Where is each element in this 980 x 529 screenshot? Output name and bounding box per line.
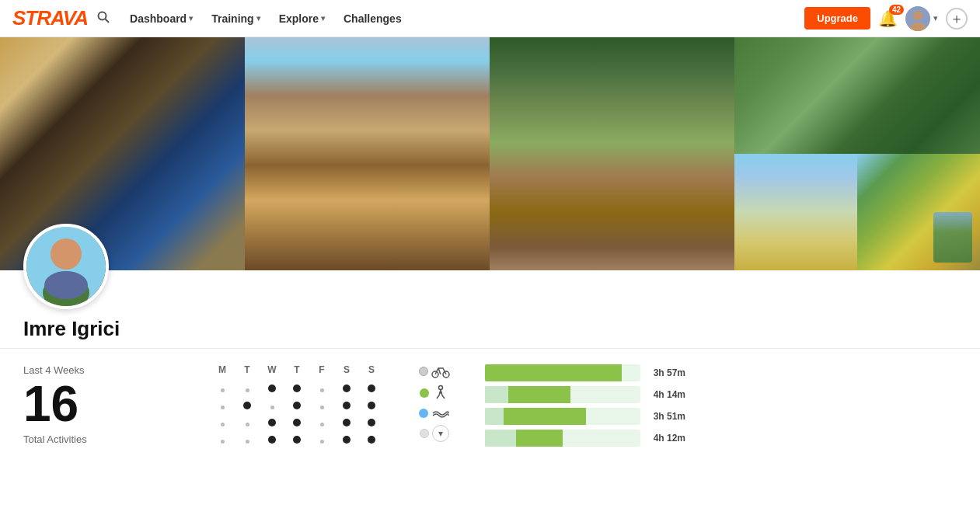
day-header-m: M bbox=[210, 364, 235, 375]
bar-row-2: 4h 14m bbox=[485, 386, 687, 403]
bar-label-1: 3h 57m bbox=[647, 367, 685, 378]
bar-row-1: 3h 57m bbox=[485, 364, 687, 381]
add-activity-button[interactable]: ＋ bbox=[946, 8, 968, 30]
nav-explore[interactable]: Explore ▾ bbox=[271, 8, 333, 30]
calendar: M T W T F S S bbox=[210, 364, 384, 450]
notifications-badge: 42 bbox=[889, 5, 904, 15]
user-avatar-menu[interactable]: ▾ bbox=[905, 6, 938, 31]
bike-icon bbox=[431, 364, 450, 378]
cal-dot-2-2 bbox=[235, 398, 260, 412]
svg-point-11 bbox=[439, 386, 443, 390]
photo-cell-4a[interactable] bbox=[734, 37, 980, 154]
chevron-down-icon: ▾ bbox=[189, 14, 193, 23]
other-legend: ▾ bbox=[420, 425, 449, 442]
cal-dot-4-4 bbox=[284, 433, 309, 447]
cal-dot-3-4 bbox=[284, 416, 309, 430]
cal-dot-2-7 bbox=[359, 398, 384, 412]
day-header-w: W bbox=[260, 364, 284, 375]
bar-label-4: 4h 12m bbox=[647, 433, 685, 444]
period-label: Last 4 Weeks bbox=[23, 364, 179, 376]
cal-dot-4-1 bbox=[210, 433, 235, 447]
other-dot bbox=[420, 429, 429, 438]
day-header-t2: T bbox=[284, 364, 309, 375]
cal-dot-2-1 bbox=[210, 398, 235, 412]
stats-left: Last 4 Weeks 16 Total Activities bbox=[23, 364, 179, 445]
nav-training[interactable]: Training ▾ bbox=[204, 8, 267, 30]
photo-cell-4c[interactable] bbox=[857, 154, 980, 270]
total-label: Total Activities bbox=[23, 433, 179, 445]
notifications-bell[interactable]: 🔔 42 bbox=[878, 9, 898, 28]
cal-dot-3-2 bbox=[235, 416, 260, 430]
activity-legend: ▾ bbox=[415, 364, 454, 442]
bar-fill-2b bbox=[508, 386, 570, 403]
calendar-header: M T W T F S S bbox=[210, 364, 384, 375]
cal-dot-3-1 bbox=[210, 416, 235, 430]
nav-right: Upgrade 🔔 42 ▾ ＋ bbox=[804, 6, 968, 31]
bar-bg-2 bbox=[485, 386, 640, 403]
cal-dot-1-1 bbox=[210, 381, 235, 395]
cal-row-1 bbox=[210, 381, 384, 395]
photo-cell-4b[interactable] bbox=[734, 154, 857, 270]
cal-dot-4-7 bbox=[359, 433, 384, 447]
cal-dot-3-7 bbox=[359, 416, 384, 430]
cal-dot-3-5 bbox=[309, 416, 334, 430]
cal-dot-1-6 bbox=[334, 381, 359, 395]
run-dot bbox=[420, 388, 429, 398]
day-header-s2: S bbox=[359, 364, 384, 375]
photo-grid bbox=[0, 37, 980, 270]
day-header-f: F bbox=[309, 364, 334, 375]
bike-legend bbox=[419, 364, 450, 378]
run-icon bbox=[432, 385, 449, 402]
bar-bg-1 bbox=[485, 364, 640, 381]
chevron-down-icon: ▾ bbox=[321, 14, 325, 23]
cal-dot-2-6 bbox=[334, 398, 359, 412]
day-header-t: T bbox=[235, 364, 260, 375]
activity-bars: 3h 57m 4h 14m 3h 51m 4h 12m bbox=[485, 364, 687, 447]
cal-row-4 bbox=[210, 433, 384, 447]
cal-dot-1-4 bbox=[284, 381, 309, 395]
cal-dot-3-3 bbox=[260, 416, 284, 430]
bar-fill-3b bbox=[504, 408, 586, 425]
svg-point-3 bbox=[913, 11, 922, 20]
nav-items: Dashboard ▾ Training ▾ Explore ▾ Challen… bbox=[122, 8, 804, 30]
nav-dashboard[interactable]: Dashboard ▾ bbox=[122, 8, 201, 30]
strava-logo[interactable]: STRAVA bbox=[12, 6, 88, 30]
bar-row-3: 3h 51m bbox=[485, 408, 687, 425]
profile-avatar[interactable] bbox=[23, 224, 109, 309]
cal-dot-1-2 bbox=[235, 381, 260, 395]
day-header-s: S bbox=[334, 364, 359, 375]
chevron-down-icon: ▾ bbox=[933, 13, 938, 23]
cal-row-3 bbox=[210, 416, 384, 430]
cal-dot-2-5 bbox=[309, 398, 334, 412]
cal-dot-4-3 bbox=[260, 433, 284, 447]
run-legend bbox=[420, 385, 449, 402]
avatar bbox=[905, 6, 930, 31]
stats-section: Last 4 Weeks 16 Total Activities M T W T… bbox=[0, 349, 980, 465]
swim-icon bbox=[431, 408, 450, 419]
expand-icon[interactable]: ▾ bbox=[432, 425, 449, 442]
svg-point-8 bbox=[44, 271, 88, 299]
search-icon[interactable] bbox=[97, 11, 110, 26]
bar-fill-4a bbox=[485, 430, 516, 447]
cal-dot-1-5 bbox=[309, 381, 334, 395]
bar-label-3: 3h 51m bbox=[647, 411, 685, 422]
swim-dot bbox=[419, 409, 428, 418]
upgrade-button[interactable]: Upgrade bbox=[804, 7, 870, 30]
cal-dot-4-5 bbox=[309, 433, 334, 447]
cal-dot-4-6 bbox=[334, 433, 359, 447]
cal-dot-1-3 bbox=[260, 381, 284, 395]
svg-point-0 bbox=[99, 12, 106, 19]
photo-cell-4-group bbox=[734, 37, 980, 270]
profile-name: Imre Igrici bbox=[23, 270, 957, 341]
photo-cell-3[interactable] bbox=[490, 37, 734, 270]
cal-dot-4-2 bbox=[235, 433, 260, 447]
profile-section: Imre Igrici bbox=[0, 270, 980, 348]
cal-dot-1-7 bbox=[359, 381, 384, 395]
nav-challenges[interactable]: Challenges bbox=[336, 8, 410, 30]
swim-legend bbox=[419, 408, 450, 419]
navbar: STRAVA Dashboard ▾ Training ▾ Explore ▾ … bbox=[0, 0, 980, 37]
photo-cell-2[interactable] bbox=[245, 37, 490, 270]
cal-dot-2-3 bbox=[260, 398, 284, 412]
avatar-image bbox=[26, 227, 106, 306]
bar-fill-1 bbox=[485, 364, 622, 381]
